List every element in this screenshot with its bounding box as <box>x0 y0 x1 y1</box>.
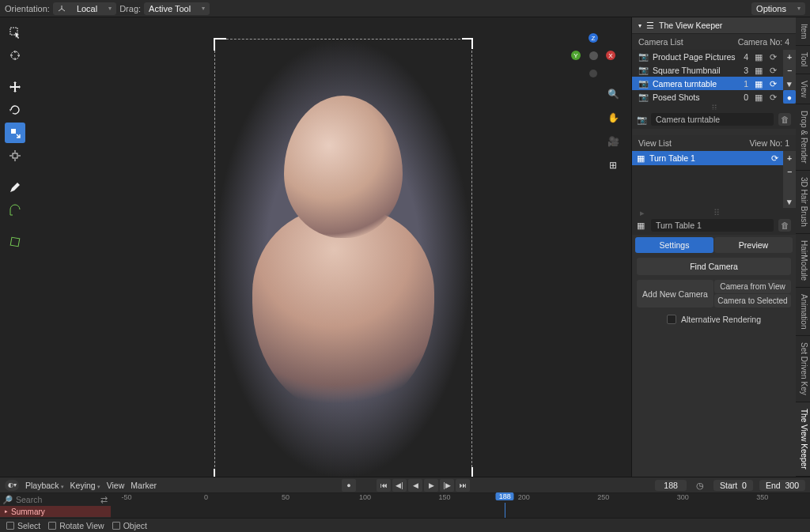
settings-tab[interactable]: Settings <box>635 237 713 253</box>
camera-list-item[interactable]: 📷Camera turntable1▦⟳ <box>632 77 783 90</box>
camera-item-label: Product Page Pictures <box>653 52 739 62</box>
camera-item-label: Camera turntable <box>653 79 739 89</box>
camera-list-item[interactable]: 📷Product Page Pictures4▦⟳ <box>632 50 783 63</box>
refresh-icon[interactable]: ⟳ <box>771 153 778 163</box>
delete-camera-button[interactable]: 🗑 <box>778 113 791 126</box>
perspective-toggle-icon[interactable]: ⊞ <box>604 157 622 174</box>
timeline-tick: -50 <box>122 493 132 501</box>
camera-name-field[interactable]: Camera turntable <box>651 113 774 126</box>
move-tool[interactable] <box>5 77 25 97</box>
view-list-item[interactable]: ▦Turn Table 1⟳ <box>632 151 783 165</box>
grid-icon[interactable]: ▦ <box>753 92 763 102</box>
rotate-tool[interactable] <box>5 100 25 120</box>
search-input[interactable]: Search <box>14 495 97 504</box>
current-frame-field[interactable]: 188 <box>655 480 687 491</box>
drag-handle-icon[interactable]: ▸⠿ <box>632 208 796 216</box>
main-area: Z X Y 🔍 ✋ 🎥 ⊞ ▾ ☰ The View Keeper Camera… <box>0 17 810 477</box>
camera-list-menu-button[interactable]: ▾ <box>783 77 796 90</box>
triangle-right-icon: ▸ <box>5 508 11 515</box>
orientation-dropdown[interactable]: Local ▾ <box>53 2 116 15</box>
jump-end-button[interactable]: ⏭ <box>456 479 470 492</box>
camera-to-selected-button[interactable]: Camera to Selected <box>714 294 791 308</box>
side-tab[interactable]: Set Driven Key <box>796 336 810 402</box>
side-tab[interactable]: Item <box>796 17 810 46</box>
transform-tool[interactable] <box>5 145 25 166</box>
side-tab[interactable]: Tool <box>796 46 810 74</box>
toggle-dot-button[interactable]: ● <box>783 90 796 104</box>
summary-row[interactable]: ▸ Summary <box>0 506 111 517</box>
side-tab[interactable]: The View Keeper <box>796 402 810 477</box>
side-tab[interactable]: Animation <box>796 288 810 336</box>
find-camera-button[interactable]: Find Camera <box>637 258 791 275</box>
scale-tool[interactable] <box>5 123 25 143</box>
refresh-icon[interactable]: ⟳ <box>768 66 778 75</box>
options-dropdown[interactable]: Options ▾ <box>751 2 805 15</box>
camera-item-count: 4 <box>744 52 748 62</box>
camera-from-view-button[interactable]: Camera from View <box>714 280 791 293</box>
cursor-tool[interactable] <box>5 45 25 66</box>
auto-keying-button[interactable]: ● <box>342 479 356 492</box>
view-list-menu-button[interactable]: ▾ <box>783 194 796 208</box>
side-tab[interactable]: HairModule <box>796 234 810 288</box>
add-view-button[interactable]: + <box>783 151 796 164</box>
grid-icon[interactable]: ▦ <box>753 66 763 75</box>
chevron-down-icon: ▾ <box>108 5 112 12</box>
measure-tool[interactable] <box>5 200 25 221</box>
add-primitive-tool[interactable] <box>5 232 25 252</box>
remove-view-button[interactable]: − <box>783 164 796 178</box>
axis-x-icon[interactable]: X <box>606 51 615 60</box>
axis-y-icon[interactable]: Y <box>571 51 581 60</box>
camera-list-item[interactable]: 📷Posed Shots0▦⟳ <box>632 90 783 104</box>
jump-start-button[interactable]: ⏮ <box>377 479 391 492</box>
layers-icon: ☰ <box>646 21 654 30</box>
add-new-camera-button[interactable]: Add New Camera <box>637 280 713 308</box>
side-tab[interactable]: View <box>796 74 810 105</box>
timeline-cursor[interactable]: 188 <box>496 492 514 500</box>
3d-viewport[interactable]: Z X Y 🔍 ✋ 🎥 ⊞ <box>27 17 631 477</box>
playback-menu[interactable]: Playback▾ <box>25 481 64 490</box>
start-frame-field[interactable]: Start 0 <box>713 480 753 491</box>
camera-icon: 📷 <box>638 65 648 75</box>
grid-icon[interactable]: ▦ <box>753 79 763 89</box>
pan-icon[interactable]: ✋ <box>604 109 622 126</box>
camera-list-item[interactable]: 📷Square Thumbnail3▦⟳ <box>632 63 783 77</box>
search-icon: 🔎 <box>0 495 14 505</box>
timeline-ruler[interactable]: -50050100150200250300350188 <box>111 493 810 518</box>
camera-frame <box>215 40 471 477</box>
drag-dropdown[interactable]: Active Tool ▾ <box>144 2 210 15</box>
play-button[interactable]: ▶ <box>424 479 438 492</box>
side-tab[interactable]: Drop & Render <box>796 104 810 171</box>
axis-z-icon[interactable]: Z <box>589 33 598 43</box>
drag-handle-icon[interactable]: ⠿ <box>632 104 796 110</box>
view-menu[interactable]: View <box>107 481 125 490</box>
marker-menu[interactable]: Marker <box>131 481 157 490</box>
annotate-tool[interactable] <box>5 177 25 198</box>
zoom-icon[interactable]: 🔍 <box>604 85 622 103</box>
timeline-editor-icon[interactable]: ◐▾ <box>5 480 19 491</box>
add-camera-button[interactable]: + <box>783 50 796 63</box>
clock-icon[interactable]: ◷ <box>693 481 707 490</box>
keyframe-next-button[interactable]: |▶ <box>440 479 454 492</box>
refresh-icon[interactable]: ⟳ <box>768 79 778 89</box>
delete-view-button[interactable]: 🗑 <box>778 219 791 232</box>
end-frame-field[interactable]: End 300 <box>759 480 805 491</box>
keying-menu[interactable]: Keying▾ <box>70 481 100 490</box>
panel-header[interactable]: ▾ ☰ The View Keeper <box>632 17 796 34</box>
navigation-gizmo[interactable]: Z X Y <box>571 33 615 77</box>
svg-rect-2 <box>11 129 16 134</box>
camera-view-icon[interactable]: 🎥 <box>604 133 622 150</box>
timeline-area: ◐▾ Playback▾ Keying▾ View Marker ● ⏮ ◀| … <box>0 477 810 532</box>
remove-camera-button[interactable]: − <box>783 63 796 77</box>
grid-icon[interactable]: ▦ <box>753 52 763 62</box>
view-name-field[interactable]: Turn Table 1 <box>651 219 774 232</box>
filter-handle-icon[interactable]: ⇄ <box>97 495 111 504</box>
refresh-icon[interactable]: ⟳ <box>768 92 778 102</box>
refresh-icon[interactable]: ⟳ <box>768 52 778 62</box>
side-tab[interactable]: 3D Hair Brush <box>796 171 810 234</box>
preview-tab[interactable]: Preview <box>714 237 793 253</box>
play-reverse-button[interactable]: ◀ <box>408 479 422 492</box>
select-box-tool[interactable] <box>5 22 25 43</box>
alternative-rendering-checkbox[interactable]: Alternative Rendering <box>632 310 796 329</box>
keyframe-prev-button[interactable]: ◀| <box>392 479 407 492</box>
timeline-tick: 50 <box>282 493 290 501</box>
